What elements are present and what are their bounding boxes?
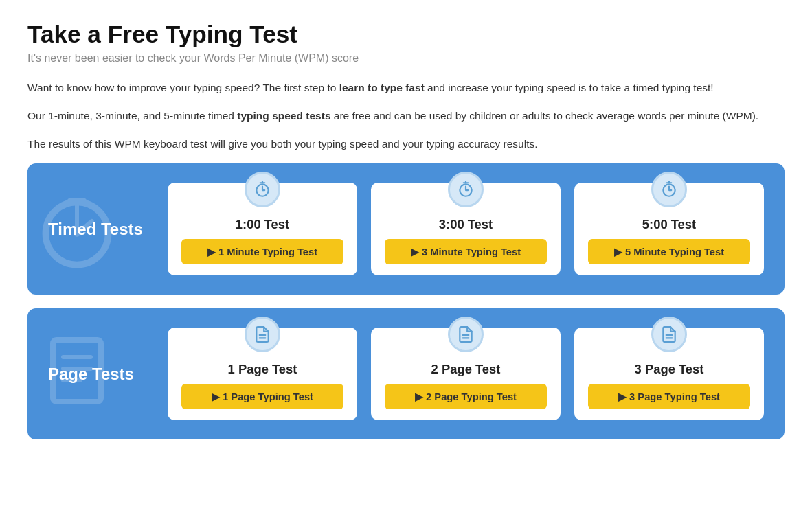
page-card-2: 2 Page Test ▶ 2 Page Typing Test bbox=[371, 328, 561, 420]
timer-icon-2 bbox=[448, 172, 484, 207]
timed-tests-section: Timed Tests 1:00 Test ▶ 1 Minute Typing … bbox=[27, 163, 785, 295]
page-card-3: 3 Page Test ▶ 3 Page Typing Test bbox=[574, 328, 764, 420]
intro-para-1: Want to know how to improve your typing … bbox=[27, 80, 785, 97]
page-tests-section: Page Tests 1 Page Test ▶ 1 Page Typing T… bbox=[27, 308, 785, 439]
timed-card-2: 3:00 Test ▶ 3 Minute Typing Test bbox=[371, 183, 561, 275]
page-card-1-button[interactable]: ▶ 1 Page Typing Test bbox=[181, 384, 343, 409]
page-card-2-button[interactable]: ▶ 2 Page Typing Test bbox=[385, 384, 547, 409]
page-title: Take a Free Typing Test bbox=[27, 21, 785, 48]
timed-cards-row: 1:00 Test ▶ 1 Minute Typing Test 3:00 Te… bbox=[168, 183, 764, 275]
timed-card-2-title: 3:00 Test bbox=[439, 217, 493, 232]
page-icon-3 bbox=[651, 317, 687, 352]
page-card-3-title: 3 Page Test bbox=[635, 362, 704, 377]
timer-icon-1 bbox=[245, 172, 280, 207]
page-card-3-button[interactable]: ▶ 3 Page Typing Test bbox=[588, 384, 750, 409]
page-subtitle: It's never been easier to check your Wor… bbox=[27, 52, 785, 65]
page-cards-row: 1 Page Test ▶ 1 Page Typing Test 2 Page … bbox=[168, 328, 764, 420]
timed-card-3: 5:00 Test ▶ 5 Minute Typing Test bbox=[574, 183, 764, 275]
timer-icon-3 bbox=[651, 172, 687, 207]
intro-para-3: The results of this WPM keyboard test wi… bbox=[27, 136, 785, 153]
timed-card-3-title: 5:00 Test bbox=[642, 217, 696, 232]
timed-section-label: Timed Tests bbox=[48, 220, 143, 238]
page-card-1-title: 1 Page Test bbox=[228, 362, 297, 377]
timed-card-1-title: 1:00 Test bbox=[236, 217, 289, 232]
timed-card-2-button[interactable]: ▶ 3 Minute Typing Test bbox=[385, 239, 547, 264]
page-icon-1 bbox=[245, 317, 280, 352]
timed-card-3-button[interactable]: ▶ 5 Minute Typing Test bbox=[588, 239, 750, 264]
page-card-2-title: 2 Page Test bbox=[431, 362, 501, 377]
timed-card-1-button[interactable]: ▶ 1 Minute Typing Test bbox=[181, 239, 343, 264]
page-card-1: 1 Page Test ▶ 1 Page Typing Test bbox=[168, 328, 357, 420]
intro-para-2: Our 1-minute, 3-minute, and 5-minute tim… bbox=[27, 108, 785, 125]
page-section-label: Page Tests bbox=[48, 365, 134, 383]
page-icon-2 bbox=[448, 317, 484, 352]
timed-card-1: 1:00 Test ▶ 1 Minute Typing Test bbox=[168, 183, 357, 275]
